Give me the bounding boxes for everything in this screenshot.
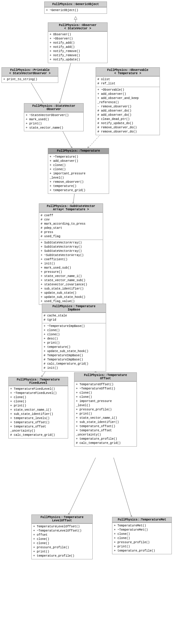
box-line: - remove_observer() [97,105,158,109]
box-section-generic-object-0: + ~GenericObject() [45,7,107,13]
box-line: # coeff [41,214,101,218]
box-temperature-fixedlevel: FullPhysics::TemperatureFixedLevel+ Temp… [8,377,68,439]
box-line: + pressure_profile() [76,408,135,412]
box-title-generic-object: FullPhysics::GenericObject [45,2,107,7]
box-line: + clone() [76,395,135,399]
box-section-substatearray-1: + SubStateVectorArray()+ SubStateVectorA… [39,240,103,305]
box-line: + state_vector_name_i() [41,274,101,278]
box-temperature-offset: FullPhysics::TemperatureOffset+ Temperat… [74,372,137,447]
box-line: + sub_state_identifier() [76,420,135,424]
box-line: + ~TemperatureLevelOffset() [33,529,91,533]
box-line: + clone() [10,400,66,404]
box-line: + offset [33,533,91,537]
box-line: + state_vector_name_i() [76,416,135,420]
box-section-temperature-met-0: + TemperatureMet()+ ~TemperatureMet()+ c… [112,523,172,554]
box-line: + ~Observable() [97,88,158,92]
box-line: + init() [41,262,101,266]
box-title-temperature: FullPhysics::Temperature [48,148,109,154]
box-line: + clone() [10,395,66,400]
box-title-temperature-impbase: FullPhysics::TemperatureImpBase [42,304,106,313]
box-line: + Observer() [50,33,106,37]
box-line: # olist [97,77,158,82]
box-line: + print() [33,550,91,554]
box-printable: FullPhysics::Printable< StateVectorObser… [1,67,58,83]
box-line: + add_observer_and_keep [97,96,158,101]
box-line: + clone() [114,532,170,536]
box-line: + used_flag_value() [41,299,101,304]
box-title-statevector-observer: FullPhysics::StateVectorObserver [24,103,83,112]
box-title-temperature-offset: FullPhysics::TemperatureOffset [74,373,137,381]
box-line: # ref_list [97,82,158,86]
box-line: # add_observer_do() [97,113,158,117]
box-line: + notify_remove() [50,54,106,58]
box-line: + coefficient() [41,258,101,262]
box-line: # calc_temperature_grid() [76,441,135,445]
box-line: + desc() [44,337,104,341]
box-section-substatearray-0: # coeff# cov# mark_according_to_press# p… [39,212,103,240]
uml-diagram: FullPhysics::GenericObject+ ~GenericObje… [0,0,179,644]
box-line: # cov [41,218,101,222]
box-line: + ~GenericObject() [46,8,105,13]
box-statevector-observer: FullPhysics::StateVectorObserver+ ~State… [24,103,84,131]
box-line: + temperature_levels() [10,416,66,421]
box-temperature-met: FullPhysics::TemperatureMet+ Temperature… [112,517,172,554]
box-temperature-leveloffset: FullPhysics::TemperatureLevelOffset+ Tem… [31,514,93,559]
box-line: + ~TemperatureImpBase() [44,324,104,328]
box-line: + sub_state_identifier() [41,287,101,291]
box-line: + ~Temperature() [50,155,107,159]
box-line: # clean_dead_ptr() [97,117,158,121]
box-line: # pdep_start [41,226,101,230]
box-line: + temperature() [50,184,107,188]
box-line: # calc_temperature_grid() [10,433,66,437]
box-line: + clone() [50,163,107,168]
box-line: + update_sub_state_hook() [44,349,104,354]
box-line: + notify_update() [50,58,106,62]
box-section-temperature-impbase-1: + ~TemperatureImpBase()+ clone()+ clone(… [42,323,106,371]
box-section-printable-0: + print_to_string() [2,76,58,83]
box-substatearray: FullPhysics::SubStateVectorArray< Temper… [39,203,103,305]
box-section-temperature-offset-0: + TemperatureOffset()+ ~TemperatureOffse… [74,381,137,446]
box-line: + important_pressure [76,399,135,404]
box-line: _uncertainty() [10,429,66,433]
box-title-observer: FullPhysics::Observer< StateVector > [48,23,107,31]
box-line: + TemperatureMet() [114,524,170,528]
box-line: + temperature_offset [10,425,66,429]
box-section-statevector-observer-0: + ~StateVectorObserver()+ mark_used()+ p… [24,112,83,131]
box-observable: FullPhysics::Observable< Temperature ># … [96,67,160,135]
box-line: # cache_stale [44,314,104,318]
box-section-observable-0: # olist# ref_list [96,76,160,87]
box-title-substatearray: FullPhysics::SubStateVectorArray< Temper… [39,204,103,212]
box-line: + temperature_profile() [33,554,91,558]
box-section-temperature-impbase-0: # cache_stale# tgrid [42,313,106,323]
box-line: + ~Observer() [50,37,106,41]
box-line: + pressure_profile() [33,546,91,550]
box-section-observable-1: + ~Observable()+ add_observer()+ add_obs… [96,87,160,135]
box-line: + add_observer() [50,159,107,163]
box-line: + notify_add() [50,41,106,45]
box-line: + temperature_offset() [10,421,66,425]
box-line: + print_to_string() [3,77,56,82]
box-line: _reference() [97,101,158,105]
box-title-temperature-fixedlevel: FullPhysics::TemperatureFixedLevel [9,377,68,386]
svg-marker-1 [74,16,77,19]
box-line: + SubStateVectorArray() [41,249,101,253]
box-line: + print() [114,545,170,549]
box-line: + clone() [50,168,107,172]
box-observer: FullPhysics::Observer< StateVector >+ Ob… [48,22,108,63]
box-line: + TemperatureLevelOffset() [33,525,91,529]
box-line: + TemperatureFixedLevel() [10,387,66,391]
box-line: _level() [50,176,107,180]
box-line: + statevector_covariance() [41,283,101,287]
box-line: # press [41,230,101,235]
box-line: + ~TemperatureMet() [114,528,170,532]
box-line: + pressure_profile() [114,541,170,545]
box-title-temperature-met: FullPhysics::TemperatureMet [112,517,172,523]
box-line: + state_vector_name() [26,126,82,130]
box-line: + print() [44,341,104,345]
box-line: + temperature_offset [76,429,135,433]
box-line: # notify_update_do() [97,121,158,126]
box-temperature: FullPhysics::Temperature+ ~Temperature()… [48,148,109,194]
box-line: + clone() [44,333,104,337]
box-temperature-impbase: FullPhysics::TemperatureImpBase# cache_s… [42,304,106,372]
box-line: + update_sub_state_hook() [41,295,101,299]
